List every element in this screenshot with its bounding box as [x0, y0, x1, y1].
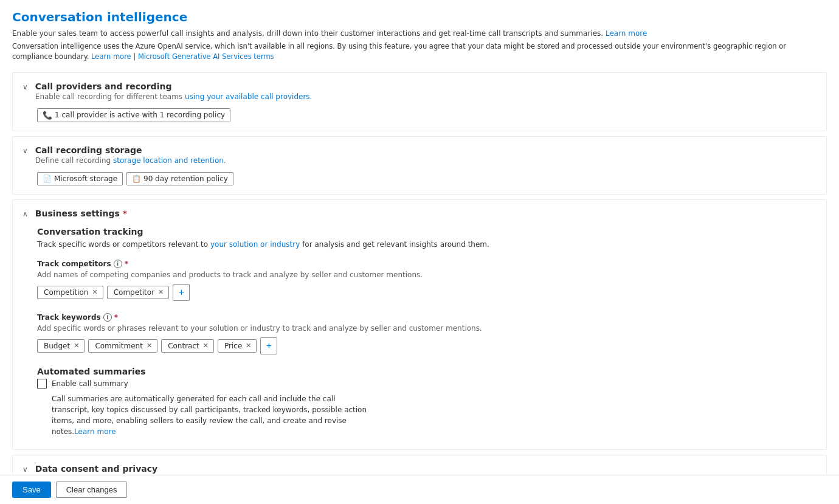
- track-keywords-info-icon[interactable]: i: [103, 313, 112, 322]
- enable-call-summary-label[interactable]: Enable call summary: [52, 379, 128, 388]
- keyword-tag-contract-close[interactable]: ✕: [203, 342, 209, 350]
- microsoft-storage-pill: 📄 Microsoft storage: [37, 172, 123, 185]
- clear-changes-button[interactable]: Clear changes: [56, 482, 128, 498]
- business-settings-required-star: *: [123, 209, 127, 218]
- footer-bar: Save Clear changes: [0, 475, 839, 504]
- automated-summaries-block: Automated summaries Enable call summary …: [37, 367, 817, 437]
- keywords-tags-row: Budget ✕ Commitment ✕ Contract ✕ Price ✕: [37, 337, 817, 354]
- data-consent-title: Data consent and privacy: [35, 464, 370, 474]
- data-consent-chevron: ∨: [22, 465, 28, 474]
- track-keywords-required-star: *: [114, 313, 118, 322]
- call-providers-pills: 📞 1 call provider is active with 1 recor…: [13, 108, 826, 131]
- call-providers-chevron: ∨: [22, 83, 28, 91]
- call-summary-description: Call summaries are automatically generat…: [52, 393, 368, 437]
- keyword-tag-price-close[interactable]: ✕: [246, 342, 251, 350]
- business-settings-body: Conversation tracking Track specific wor…: [13, 227, 826, 449]
- conversation-tracking-desc: Track specific words or competitors rele…: [37, 239, 817, 250]
- enable-call-summary-checkbox[interactable]: [37, 379, 47, 388]
- add-keyword-button[interactable]: +: [260, 337, 277, 354]
- track-competitors-label: Track competitors i *: [37, 260, 817, 268]
- call-providers-header[interactable]: ∨ Call providers and recording Enable ca…: [13, 73, 826, 108]
- retention-icon: 📋: [132, 174, 141, 183]
- track-competitors-required-star: *: [125, 260, 128, 268]
- automated-summaries-title: Automated summaries: [37, 367, 817, 376]
- keyword-tag-commitment: Commitment ✕: [88, 339, 157, 353]
- storage-icon: 📄: [43, 174, 52, 183]
- page-subtitle: Enable your sales team to access powerfu…: [12, 28, 827, 39]
- competitors-tags-row: Competition ✕ Competitor ✕ +: [37, 284, 817, 301]
- automated-summaries-learn-more-link[interactable]: Learn more: [74, 427, 116, 436]
- keyword-tag-price: Price ✕: [218, 339, 257, 353]
- notice-learn-more-link[interactable]: Learn more: [91, 52, 131, 61]
- track-keywords-block: Track keywords i * Add specific words or…: [37, 313, 817, 354]
- competitor-tag-competition-close[interactable]: ✕: [92, 288, 97, 296]
- conversation-tracking-title: Conversation tracking: [37, 227, 817, 236]
- keyword-tag-budget-close[interactable]: ✕: [74, 342, 79, 350]
- call-providers-desc: Enable call recording for different team…: [35, 92, 312, 101]
- call-recording-storage-chevron: ∨: [22, 147, 28, 155]
- subtitle-learn-more-link[interactable]: Learn more: [606, 29, 647, 38]
- call-recording-storage-desc: Define call recording storage location a…: [35, 156, 226, 165]
- call-recording-storage-title: Call recording storage: [35, 145, 226, 155]
- call-providers-section: ∨ Call providers and recording Enable ca…: [12, 72, 827, 131]
- call-recording-storage-section: ∨ Call recording storage Define call rec…: [12, 136, 827, 195]
- track-competitors-block: Track competitors i * Add names of compe…: [37, 260, 817, 301]
- call-recording-storage-pills: 📄 Microsoft storage 📋 90 day retention p…: [13, 172, 826, 194]
- conversation-tracking-desc-link[interactable]: your solution or industry: [210, 240, 300, 249]
- business-settings-section: ∧ Business settings * Conversation track…: [12, 199, 827, 450]
- competitor-tag-competitor-close[interactable]: ✕: [158, 288, 164, 296]
- notice-ms-ai-link[interactable]: Microsoft Generative AI Services terms: [138, 52, 274, 61]
- keyword-tag-budget: Budget ✕: [37, 339, 85, 353]
- keyword-tag-commitment-close[interactable]: ✕: [147, 342, 152, 350]
- call-recording-storage-header[interactable]: ∨ Call recording storage Define call rec…: [13, 137, 826, 172]
- track-competitors-desc: Add names of competing companies and pro…: [37, 271, 817, 279]
- call-provider-pill: 📞 1 call provider is active with 1 recor…: [37, 108, 230, 122]
- business-settings-header[interactable]: ∧ Business settings *: [13, 200, 826, 227]
- notice-text: Conversation intelligence uses the Azure…: [12, 41, 827, 63]
- track-keywords-label: Track keywords i *: [37, 313, 817, 322]
- business-settings-title: Business settings *: [35, 209, 127, 218]
- competitor-tag-competition: Competition ✕: [37, 286, 103, 299]
- track-competitors-info-icon[interactable]: i: [114, 260, 122, 268]
- enable-call-summary-row: Enable call summary: [37, 379, 817, 388]
- track-keywords-desc: Add specific words or phrases relevant t…: [37, 324, 817, 333]
- phone-icon: 📞: [43, 111, 52, 120]
- keyword-tag-contract: Contract ✕: [161, 339, 214, 353]
- add-competitor-button[interactable]: +: [173, 284, 190, 301]
- page-title: Conversation intelligence: [12, 10, 827, 24]
- storage-desc-link[interactable]: storage location and retention.: [113, 156, 226, 165]
- call-providers-desc-link[interactable]: using your available call providers.: [185, 92, 312, 101]
- competitor-tag-competitor: Competitor ✕: [107, 286, 170, 299]
- call-providers-title: Call providers and recording: [35, 81, 312, 91]
- save-button[interactable]: Save: [12, 482, 51, 498]
- business-settings-chevron: ∧: [22, 210, 28, 218]
- retention-policy-pill: 📋 90 day retention policy: [126, 172, 233, 185]
